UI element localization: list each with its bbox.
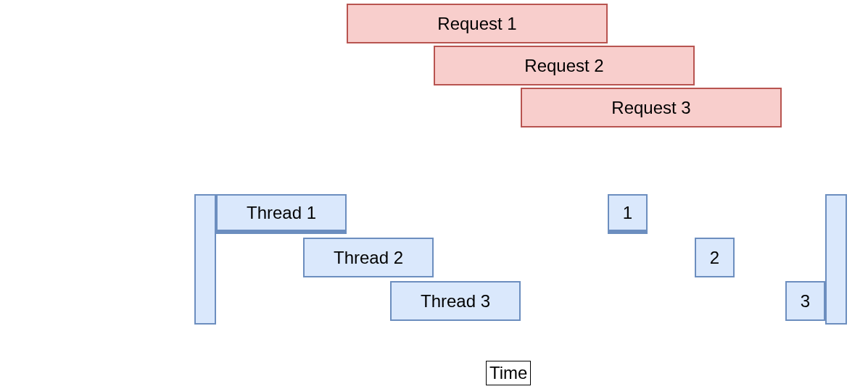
thread-group-1-parent <box>194 194 216 325</box>
thread-3-box: Thread 3 <box>390 281 521 321</box>
request-1-box: Request 1 <box>347 4 608 43</box>
request-3-box: Request 3 <box>521 88 782 127</box>
thread-short-2-box: 2 <box>695 238 735 277</box>
thread-short-3-label: 3 <box>801 291 810 311</box>
thread-short-3-box: 3 <box>785 281 825 321</box>
thread-short-1-label: 1 <box>623 203 632 223</box>
thread-3-label: Thread 3 <box>421 291 490 311</box>
thread-group-2-parent <box>825 194 847 325</box>
thread-2-label: Thread 2 <box>334 248 403 268</box>
request-2-box: Request 2 <box>434 46 695 85</box>
thread-short-1-box: 1 <box>608 194 648 234</box>
request-3-label: Request 3 <box>611 98 690 118</box>
thread-2-box: Thread 2 <box>303 238 434 277</box>
thread-1-box: Thread 1 <box>216 194 347 234</box>
time-text: Time <box>489 363 527 382</box>
thread-short-2-label: 2 <box>710 248 719 268</box>
request-2-label: Request 2 <box>524 56 603 76</box>
thread-1-label: Thread 1 <box>247 203 316 223</box>
request-1-label: Request 1 <box>437 14 516 34</box>
time-axis-label: Time <box>486 361 531 385</box>
